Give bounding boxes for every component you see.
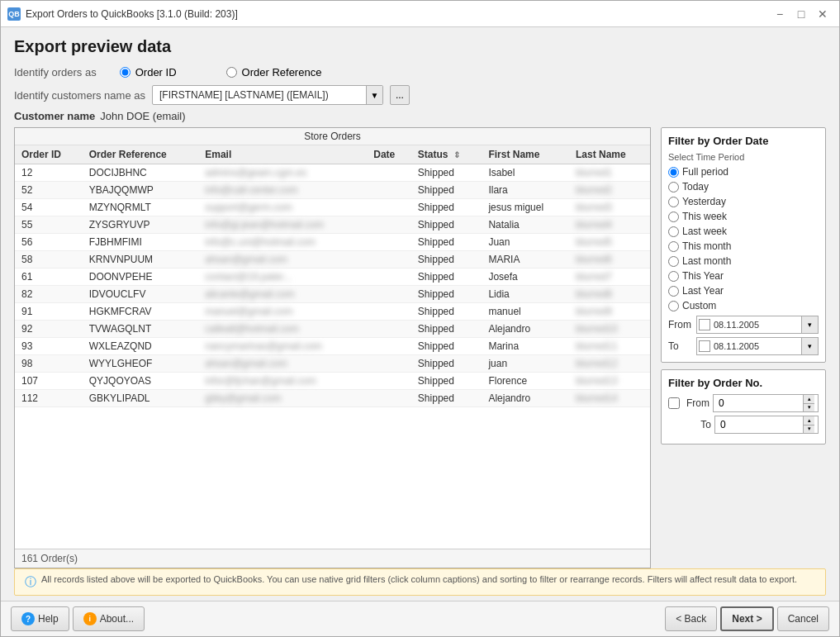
cell-email: support@germ.com — [198, 199, 367, 216]
cell-ref: IDVOUCLFV — [83, 286, 199, 303]
radio-input-this_year[interactable] — [668, 271, 679, 282]
cell-status: Shipped — [411, 303, 482, 321]
radio-this_year[interactable]: This Year — [668, 269, 819, 283]
cell-id: 54 — [15, 199, 83, 216]
next-button[interactable]: Next > — [720, 606, 773, 631]
info-text: All records listed above will be exporte… — [41, 574, 797, 584]
radio-label-this_week: This week — [682, 211, 727, 222]
cell-email: contact@19.pater... — [198, 269, 367, 286]
radio-full_period[interactable]: Full period — [668, 165, 819, 178]
col-order-id[interactable]: Order ID — [15, 145, 83, 164]
to-date-checkbox[interactable] — [699, 340, 710, 352]
radio-input-last_week[interactable] — [668, 226, 679, 237]
cancel-button[interactable]: Cancel — [777, 606, 829, 631]
cell-first-name: Lidia — [482, 286, 569, 303]
radio-custom[interactable]: Custom — [668, 299, 819, 312]
footer-buttons: ? Help i About... < Back Next > Cancel — [11, 606, 829, 631]
customer-name-dots-button[interactable]: ... — [390, 85, 410, 105]
radio-this_month[interactable]: This month — [668, 240, 819, 253]
radio-input-this_week[interactable] — [668, 212, 679, 222]
to-date-cal-btn[interactable]: ▾ — [801, 338, 818, 354]
cell-status: Shipped — [411, 234, 482, 251]
to-date-input[interactable]: 08.11.2005 ▾ — [696, 337, 819, 355]
radio-this_week[interactable]: This week — [668, 210, 819, 223]
cell-status: Shipped — [411, 338, 482, 355]
filter-date-box: Filter by Order Date Select Time Period … — [661, 127, 826, 363]
cell-date — [367, 199, 411, 216]
orders-table: Order ID Order Reference Email Date Stat… — [15, 145, 650, 407]
table-row: 91 HGKMFCRAV manuel@gmail.com Shipped ma… — [15, 303, 650, 321]
order-no-from-up[interactable]: ▴ — [804, 395, 814, 404]
from-date-input[interactable]: 08.11.2005 ▾ — [696, 316, 819, 334]
order-no-to-up[interactable]: ▴ — [804, 416, 814, 425]
order-no-to-down[interactable]: ▾ — [804, 425, 814, 434]
back-button[interactable]: < Back — [665, 606, 717, 631]
cell-last-name: blurred1 — [569, 164, 650, 182]
maximize-button[interactable]: □ — [791, 4, 811, 24]
radio-last_year[interactable]: Last Year — [668, 284, 819, 297]
info-icon: ⓘ — [25, 575, 36, 590]
help-label: Help — [38, 613, 59, 625]
cell-status: Shipped — [411, 164, 482, 182]
customer-name-as-label: Identify customers name as — [14, 89, 145, 102]
order-no-to-spinner[interactable]: ▴ ▾ — [803, 416, 814, 433]
customer-name-dropdown-btn[interactable]: ▼ — [366, 86, 382, 104]
table-row: 52 YBAJQQMWP info@call-center.com Shippe… — [15, 182, 650, 199]
table-header-row: Order ID Order Reference Email Date Stat… — [15, 145, 650, 164]
about-button[interactable]: i About... — [73, 606, 145, 631]
about-label: About... — [100, 613, 134, 625]
col-first-name[interactable]: First Name — [482, 145, 569, 164]
radio-input-today[interactable] — [668, 182, 679, 193]
window-controls: − □ ✕ — [770, 4, 833, 24]
radio-yesterday[interactable]: Yesterday — [668, 195, 819, 208]
cell-email: ahsan@gmail.com — [198, 251, 367, 269]
radio-input-full_period[interactable] — [668, 167, 679, 178]
radio-last_month[interactable]: Last month — [668, 254, 819, 268]
cell-ref: DOCIJBHNC — [83, 164, 199, 182]
footer-bar: ? Help i About... < Back Next > Cancel — [1, 601, 839, 636]
radio-today[interactable]: Today — [668, 180, 819, 193]
col-status[interactable]: Status ⇕ — [411, 145, 482, 164]
footer-right-buttons: < Back Next > Cancel — [665, 606, 829, 631]
order-no-from-spinner[interactable]: ▴ ▾ — [803, 395, 814, 411]
order-no-to-row: To 0 ▴ ▾ — [668, 416, 819, 434]
close-button[interactable]: ✕ — [813, 4, 833, 24]
col-last-name[interactable]: Last Name — [569, 145, 650, 164]
customer-display-row: Customer name John DOE (email) — [14, 110, 826, 122]
radio-last_week[interactable]: Last week — [668, 225, 819, 238]
col-email[interactable]: Email — [198, 145, 367, 164]
minimize-button[interactable]: − — [770, 4, 790, 24]
radio-input-this_month[interactable] — [668, 241, 679, 252]
radio-input-last_year[interactable] — [668, 286, 679, 297]
cell-email: ahsan@gmail.com — [198, 355, 367, 373]
radio-input-last_month[interactable] — [668, 256, 679, 267]
customer-name-combo[interactable]: [FIRSTNAME] [LASTNAME] ([EMAIL]) ▼ — [152, 85, 383, 105]
footer-left-buttons: ? Help i About... — [11, 606, 660, 631]
cell-id: 58 — [15, 251, 83, 269]
about-icon: i — [83, 612, 97, 625]
col-order-ref[interactable]: Order Reference — [83, 145, 199, 164]
cell-status: Shipped — [411, 390, 482, 407]
cell-last-name: blurred4 — [569, 216, 650, 234]
order-ref-radio[interactable] — [226, 67, 237, 78]
table-row: 55 ZYSGRYUVP info@gi.jean@hotmail.com Sh… — [15, 216, 650, 234]
cell-ref: YBAJQQMWP — [83, 182, 199, 199]
table-footer: 161 Order(s) — [15, 549, 650, 568]
col-date[interactable]: Date — [367, 145, 411, 164]
table-wrapper[interactable]: Order ID Order Reference Email Date Stat… — [15, 145, 650, 549]
to-date-row: To 08.11.2005 ▾ — [668, 337, 819, 355]
from-date-cal-btn[interactable]: ▾ — [801, 316, 818, 333]
radio-input-custom[interactable] — [668, 301, 679, 311]
order-no-from-down[interactable]: ▾ — [804, 404, 814, 412]
order-ref-radio-label[interactable]: Order Reference — [226, 66, 322, 78]
cell-date — [367, 390, 411, 407]
customer-name-as-row: Identify customers name as [FIRSTNAME] [… — [14, 85, 826, 105]
from-date-checkbox[interactable] — [699, 319, 710, 330]
radio-input-yesterday[interactable] — [668, 197, 679, 207]
order-id-radio-label[interactable]: Order ID — [120, 66, 177, 78]
help-button[interactable]: ? Help — [11, 606, 69, 631]
cell-id: 93 — [15, 338, 83, 355]
order-id-radio[interactable] — [120, 67, 131, 78]
order-no-from-checkbox[interactable] — [668, 397, 680, 409]
order-no-from-input: 0 ▴ ▾ — [713, 394, 819, 412]
